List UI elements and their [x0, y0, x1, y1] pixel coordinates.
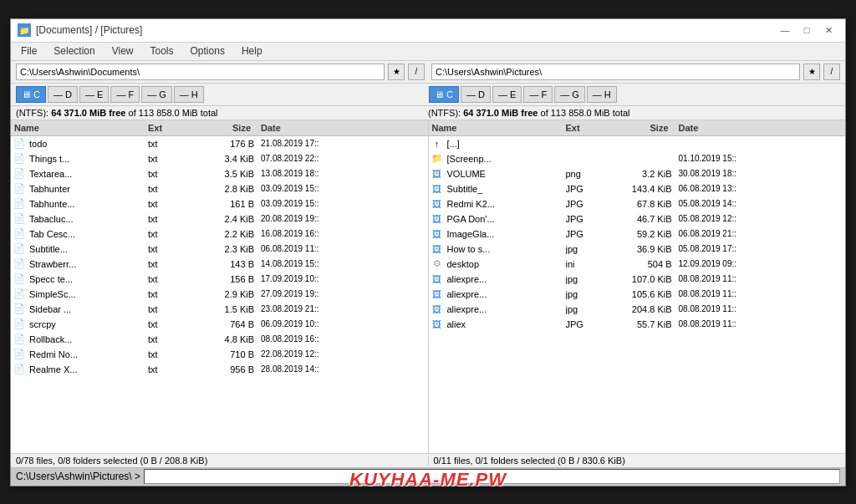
right-col-size[interactable]: Size [609, 121, 675, 135]
list-item[interactable]: 🖼 Subtitle_ JPG 143.4 KiB 06.08.2019 13:… [429, 181, 846, 196]
file-name: aliexpre... [446, 289, 566, 299]
file-date: 03.09.2019 15:: [261, 199, 428, 208]
list-item[interactable]: 📄 Subtitle... txt 2.3 KiB 06.08.2019 11:… [11, 242, 428, 257]
file-date: 08.08.2019 11:: [679, 319, 846, 328]
left-col-ext[interactable]: Ext [145, 121, 191, 135]
close-button[interactable]: ✕ [818, 22, 838, 38]
list-item[interactable]: 📁 [Screenp... 01.10.2019 15:: [429, 151, 846, 166]
file-ext: JPG [566, 229, 612, 239]
list-item[interactable]: 📄 todo txt 176 B 21.08.2019 17:: [11, 136, 428, 151]
left-drive-e[interactable]: — E [79, 86, 109, 103]
file-size: 46.7 KiB [612, 214, 679, 224]
right-drive-g[interactable]: — G [554, 86, 585, 103]
right-drive-f[interactable]: — F [523, 86, 553, 103]
window-title: [Documents] / [Pictures] [36, 24, 142, 36]
list-item[interactable]: 📄 Tabhunter txt 2.8 KiB 03.09.2019 15:: [11, 181, 428, 196]
list-item[interactable]: 🖼 aliex JPG 55.7 KiB 08.08.2019 11:: [429, 317, 846, 332]
main-window: 📁 [Documents] / [Pictures] — □ ✕ FileSel… [10, 18, 846, 486]
list-item[interactable]: 🖼 ImageGla... JPG 59.2 KiB 06.08.2019 21… [429, 227, 846, 242]
cmd-input[interactable] [144, 469, 840, 484]
left-drive-g[interactable]: — G [141, 86, 172, 103]
cmd-prompt: C:\Users\Ashwin\Pictures\ > [16, 471, 140, 482]
list-item[interactable]: ↑ [...] [429, 136, 846, 151]
left-drive-bar: 🖥 C — D — E — F — G — H [16, 86, 427, 103]
file-size: 3.5 KiB [194, 169, 261, 179]
status-bars-bottom: 0/78 files, 0/8 folders selected (0 B / … [11, 453, 845, 467]
minimize-button[interactable]: — [775, 22, 795, 38]
file-icon: 📄 [13, 272, 26, 286]
file-ext: jpg [566, 304, 612, 314]
file-name: aliexpre... [446, 304, 566, 314]
list-item[interactable]: 🖼 aliexpre... jpg 107.0 KiB 08.08.2019 1… [429, 272, 846, 287]
list-item[interactable]: 📄 Sidebar ... txt 1.5 KiB 23.08.2019 21:… [11, 302, 428, 317]
file-size: 105.6 KiB [612, 289, 679, 299]
file-size: 161 B [194, 199, 261, 209]
file-date: 27.09.2019 19:: [261, 289, 428, 298]
left-toggle-btn[interactable]: / [408, 64, 425, 80]
list-item[interactable]: 📄 Textarea... txt 3.5 KiB 13.08.2019 18:… [11, 166, 428, 181]
list-item[interactable]: 📄 Redmi No... txt 710 B 22.08.2019 12:: [11, 347, 428, 362]
list-item[interactable]: 📄 Specc te... txt 156 B 17.09.2019 10:: [11, 272, 428, 287]
maximize-button[interactable]: □ [797, 22, 817, 38]
file-date: 06.09.2019 10:: [261, 319, 428, 328]
list-item[interactable]: 🖼 Redmi K2... JPG 67.8 KiB 05.08.2019 14… [429, 196, 846, 211]
list-item[interactable]: ⚙ desktop ini 504 B 12.09.2019 09:: [429, 257, 846, 272]
menu-item-selection[interactable]: Selection [47, 43, 101, 59]
right-col-name[interactable]: Name [429, 121, 563, 135]
panels: Name Ext Size Date 📄 todo txt 176 B 21.0… [11, 120, 845, 453]
list-item[interactable]: 🖼 aliexpre... jpg 105.6 KiB 08.08.2019 1… [429, 287, 846, 302]
left-drive-d[interactable]: — D [48, 86, 78, 103]
right-col-date[interactable]: Date [675, 121, 846, 135]
list-item[interactable]: 📄 Tabacluc... txt 2.4 KiB 20.08.2019 19:… [11, 211, 428, 227]
file-size: 143 B [194, 259, 261, 269]
file-ext: txt [148, 334, 194, 344]
menu-item-options[interactable]: Options [184, 43, 232, 59]
right-path-bar: ★ / [431, 64, 840, 80]
file-icon: 📄 [13, 348, 26, 361]
right-drive-c[interactable]: 🖥 C [429, 86, 459, 103]
file-size: 710 B [194, 349, 261, 359]
file-icon: 🖼 [431, 242, 444, 256]
right-file-list[interactable]: ↑ [...] 📁 [Screenp... 01.10.2019 15:: 🖼 … [429, 136, 846, 453]
left-drive-f[interactable]: — F [110, 86, 140, 103]
left-col-name[interactable]: Name [11, 121, 145, 135]
list-item[interactable]: 🖼 VOLUME png 3.2 KiB 30.08.2019 18:: [429, 166, 846, 181]
right-path-input[interactable] [431, 64, 800, 80]
menu-item-tools[interactable]: Tools [144, 43, 181, 59]
file-size: 3.2 KiB [612, 169, 679, 179]
list-item[interactable]: 📄 Realme X... txt 956 B 28.08.2019 14:: [11, 362, 428, 377]
file-ext: txt [148, 214, 194, 224]
right-toggle-btn[interactable]: / [823, 64, 840, 80]
file-name: How to s... [446, 244, 566, 254]
left-bookmark-btn[interactable]: ★ [388, 64, 405, 80]
list-item[interactable]: 📄 SimpleSc... txt 2.9 KiB 27.09.2019 19:… [11, 287, 428, 302]
list-item[interactable]: 📄 Rollback... txt 4.8 KiB 08.08.2019 16:… [11, 332, 428, 347]
right-drive-d[interactable]: — D [461, 86, 491, 103]
left-file-list[interactable]: 📄 todo txt 176 B 21.08.2019 17:: 📄 Thing… [11, 136, 428, 453]
file-size: 59.2 KiB [612, 229, 679, 239]
right-col-ext[interactable]: Ext [563, 121, 609, 135]
left-drive-c[interactable]: 🖥 C [16, 86, 46, 103]
list-item[interactable]: 🖼 aliexpre... jpg 204.8 KiB 08.08.2019 1… [429, 302, 846, 317]
left-col-date[interactable]: Date [257, 121, 428, 135]
left-col-size[interactable]: Size [191, 121, 257, 135]
list-item[interactable]: 🖼 PGA Don'... JPG 46.7 KiB 05.08.2019 12… [429, 211, 846, 227]
list-item[interactable]: 📄 Things t... txt 3.4 KiB 07.08.2019 22:… [11, 151, 428, 166]
file-name: Tabhunte... [28, 199, 148, 209]
right-drive-e[interactable]: — E [492, 86, 522, 103]
right-drive-h[interactable]: — H [587, 86, 617, 103]
list-item[interactable]: 📄 Tab Cesc... txt 2.2 KiB 16.08.2019 16:… [11, 227, 428, 242]
list-item[interactable]: 📄 scrcpy txt 764 B 06.09.2019 10:: [11, 317, 428, 332]
menu-item-help[interactable]: Help [235, 43, 269, 59]
file-size: 764 B [194, 319, 261, 329]
menu-item-file[interactable]: File [14, 43, 43, 59]
right-bookmark-btn[interactable]: ★ [803, 64, 820, 80]
list-item[interactable]: 📄 Strawberr... txt 143 B 14.08.2019 15:: [11, 257, 428, 272]
list-item[interactable]: 📄 Tabhunte... txt 161 B 03.09.2019 15:: [11, 196, 428, 211]
left-path-input[interactable] [16, 64, 385, 80]
menu-item-view[interactable]: View [105, 43, 140, 59]
left-drive-h[interactable]: — H [174, 86, 204, 103]
file-ext: txt [148, 184, 194, 194]
list-item[interactable]: 🖼 How to s... jpg 36.9 KiB 05.08.2019 17… [429, 242, 846, 257]
right-status-total: of 113 858.0 MiB total [541, 108, 630, 118]
